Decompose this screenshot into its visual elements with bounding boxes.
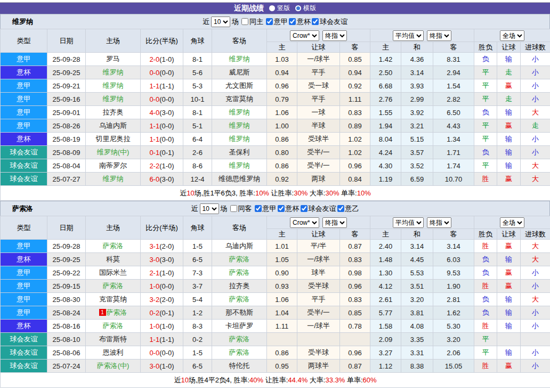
league-type-cell: 意杯 bbox=[1, 253, 47, 266]
league-filter-checkbox[interactable] bbox=[312, 18, 319, 25]
handicap-line-cell bbox=[297, 333, 340, 346]
date-cell: 25-08-19 bbox=[47, 133, 86, 146]
match-row: 意杯25-08-16萨索洛1-0(1-0)8-3卡坦萨罗1.11一/球半0.78… bbox=[1, 320, 550, 333]
handicap-line-cell: 平手 bbox=[297, 66, 340, 79]
league-filter[interactable]: 意杯 bbox=[277, 204, 300, 214]
avg-away-odds-cell: 1.62 bbox=[433, 306, 474, 320]
handicap-line-cell: 一/球半 bbox=[297, 53, 340, 66]
halftime-score: (1-1) bbox=[159, 336, 174, 344]
league-filter-label: 意杯 bbox=[286, 204, 300, 214]
league-filter-checkbox[interactable] bbox=[301, 205, 308, 212]
date-cell: 25-09-16 bbox=[47, 93, 86, 106]
avg-draw-odds-cell: 2.99 bbox=[401, 93, 433, 106]
avg-away-odds-cell: 3.14 bbox=[433, 240, 474, 253]
league-filter[interactable]: 意甲 bbox=[265, 17, 288, 27]
corner-cell: 8-1 bbox=[183, 106, 212, 119]
date-cell: 25-09-15 bbox=[47, 280, 86, 293]
handicap-result-cell: 赢 bbox=[497, 280, 521, 293]
layout-horizontal-radio[interactable]: 横版 bbox=[295, 4, 316, 13]
same-venue-checkbox[interactable] bbox=[241, 18, 248, 25]
score-cell: 3-0(3-0) bbox=[141, 253, 183, 266]
league-filter-checkbox[interactable] bbox=[266, 18, 273, 25]
match-row: 意杯25-09-25维罗纳0-0(0-0)5-6威尼斯0.94平手0.942.5… bbox=[1, 66, 550, 79]
handicap-result-value: 输 bbox=[505, 161, 512, 169]
handicap-result-value: 输 bbox=[505, 148, 512, 156]
result-cell: 平 bbox=[474, 93, 497, 106]
result-value: 负 bbox=[482, 295, 489, 303]
handicap-result-cell: 赢 bbox=[497, 240, 521, 253]
league-filter-checkbox[interactable] bbox=[255, 205, 262, 212]
avg-draw-odds-cell: 3.14 bbox=[401, 240, 433, 253]
halftime-score: (0-0) bbox=[159, 349, 174, 357]
corner-cell: 7-3 bbox=[183, 266, 212, 280]
match-count-select[interactable]: 10 bbox=[200, 203, 219, 214]
avg-final-select[interactable]: 终指 bbox=[427, 217, 451, 228]
result-cell: 平 bbox=[474, 119, 497, 133]
fulltime-score: 2-2 bbox=[149, 162, 159, 170]
odds-provider-select[interactable]: Crow* bbox=[290, 30, 319, 41]
odds-final-select[interactable]: 终指 bbox=[322, 30, 347, 41]
scope-select[interactable]: 全场 bbox=[500, 217, 524, 228]
result-cell: 负 bbox=[474, 293, 497, 306]
handicap-away-odds-cell: 0.83 bbox=[340, 293, 370, 306]
avg-select[interactable]: 平均值 bbox=[393, 217, 424, 228]
league-filter[interactable]: 球会友谊 bbox=[300, 204, 336, 214]
summary-text-part: 10 bbox=[187, 189, 194, 197]
goals-result-value: 小 bbox=[532, 135, 539, 143]
league-type-cell: 意甲 bbox=[1, 306, 47, 320]
away-team-cell: 维罗纳 bbox=[212, 159, 267, 173]
fulltime-score: 0-2 bbox=[149, 309, 159, 317]
same-venue-checkbox-group[interactable]: 同主 bbox=[240, 17, 263, 27]
away-team-cell: 拉齐奥 bbox=[212, 280, 267, 293]
summary-text-part: 30% bbox=[294, 189, 308, 197]
odds-provider-select[interactable]: Crow* bbox=[290, 217, 319, 228]
odds-final-select[interactable]: 终指 bbox=[322, 217, 347, 228]
radio-label: 横版 bbox=[303, 4, 316, 13]
avg-away-odds-cell: 6.50 bbox=[433, 106, 474, 119]
home-team-cell: 恩波利 bbox=[86, 346, 141, 360]
score-cell: 2-1(1-0) bbox=[141, 266, 183, 280]
col-header-avg-draw: 和 bbox=[401, 229, 433, 240]
league-filter-checkbox[interactable] bbox=[278, 205, 285, 212]
score-cell: 1-1(1-1) bbox=[141, 333, 183, 346]
same-venue-checkbox[interactable] bbox=[230, 205, 237, 212]
league-filter-checkbox[interactable] bbox=[337, 205, 344, 212]
goals-result-cell: 小 bbox=[521, 306, 550, 320]
halftime-score: (0-1) bbox=[159, 149, 174, 157]
handicap-away-odds-cell: 0.89 bbox=[340, 119, 370, 133]
handicap-result-value: 赢 bbox=[505, 175, 512, 183]
score-cell: 1-0(0-0) bbox=[141, 280, 183, 293]
league-filter-checkbox[interactable] bbox=[289, 18, 296, 25]
away-team-cell: 尤文图斯 bbox=[212, 79, 267, 93]
handicap-result-value: 赢 bbox=[505, 242, 512, 250]
team-name: 维罗纳 bbox=[12, 17, 33, 27]
avg-select[interactable]: 平均值 bbox=[393, 30, 424, 41]
avg-final-select[interactable]: 终指 bbox=[427, 30, 451, 41]
league-filter[interactable]: 球会友谊 bbox=[311, 17, 347, 27]
goals-result-value: 小 bbox=[532, 362, 539, 370]
match-row: 意甲25-09-22国际米兰2-1(1-0)7-3萨索洛0.90球半0.981.… bbox=[1, 266, 550, 280]
handicap-result-cell: 赢 bbox=[497, 173, 521, 186]
score-cell: 4-0(3-0) bbox=[141, 106, 183, 119]
result-value: 负 bbox=[482, 108, 489, 116]
col-header-avg-draw: 和 bbox=[401, 42, 433, 53]
away-team-name: 萨索洛 bbox=[229, 348, 250, 356]
goals-result-value: 大 bbox=[532, 175, 539, 183]
score-cell: 6-0(3-0) bbox=[141, 173, 183, 186]
league-filter[interactable]: 意杯 bbox=[288, 17, 311, 27]
goals-result-value: 小 bbox=[532, 268, 539, 276]
summary-row: 近10场,胜4平2负4, 胜率:40% 让胜率:44.4% 大率:33.3% 单… bbox=[1, 373, 550, 388]
match-count-select[interactable]: 10 bbox=[211, 17, 230, 27]
col-header-avg-away: 客 bbox=[433, 42, 474, 53]
avg-home-odds-cell: 3.27 bbox=[370, 346, 401, 360]
fulltime-score: 1-0 bbox=[149, 322, 159, 330]
same-venue-checkbox-group[interactable]: 同客 bbox=[229, 204, 252, 214]
handicap-home-odds-cell: 0.95 bbox=[267, 360, 297, 373]
league-filter[interactable]: 意甲 bbox=[254, 204, 277, 214]
league-filter[interactable]: 意乙 bbox=[336, 204, 359, 214]
layout-vertical-radio[interactable]: 竖版 bbox=[269, 4, 290, 13]
away-team-name: 维罗纳 bbox=[229, 108, 250, 116]
halftime-score: (1-0) bbox=[159, 362, 174, 370]
radio-unselected-icon bbox=[295, 5, 301, 11]
scope-select[interactable]: 全场 bbox=[500, 30, 524, 41]
